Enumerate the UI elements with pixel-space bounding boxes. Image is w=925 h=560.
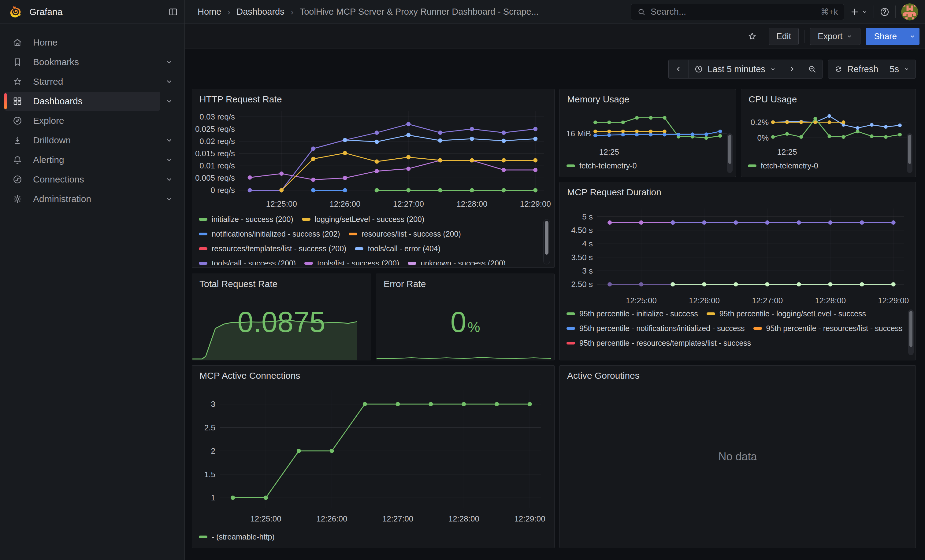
sidebar-item-dashboards[interactable]: Dashboards <box>4 92 160 111</box>
svg-text:0.2%: 0.2% <box>751 118 769 127</box>
share-dropdown-button[interactable] <box>905 28 919 45</box>
dashboard-toolbar: Edit Export Share <box>185 24 925 49</box>
legend-item[interactable]: - (streamable-http) <box>199 533 275 541</box>
legend-item[interactable]: unknown - success (200) <box>408 259 506 265</box>
panel-title[interactable]: CPU Usage <box>741 89 916 105</box>
sidebar-item-bookmarks[interactable]: Bookmarks <box>4 53 160 72</box>
http-request-rate-chart[interactable]: 0 req/s0.005 req/s0.01 req/s0.015 req/s0… <box>193 107 553 213</box>
panel-title[interactable]: Error Rate <box>376 274 554 289</box>
legend-item[interactable]: resources/list - success (200) <box>349 230 461 238</box>
help-button[interactable] <box>880 7 890 17</box>
svg-text:12:29:00: 12:29:00 <box>514 514 545 523</box>
refresh-group: Refresh 5s <box>828 60 916 78</box>
connections-legend: - (streamable-http) <box>199 533 542 543</box>
svg-text:12:28:00: 12:28:00 <box>456 199 487 209</box>
search-input[interactable]: Search... ⌘+k <box>631 4 844 20</box>
scrollbar-thumb[interactable] <box>908 135 911 164</box>
chevron-down-icon <box>903 66 910 72</box>
sidebar-item-alerting[interactable]: Alerting <box>4 150 160 169</box>
svg-text:12:28:00: 12:28:00 <box>449 514 479 523</box>
legend-color-pill <box>355 247 363 250</box>
svg-text:4.50 s: 4.50 s <box>571 225 593 235</box>
panel-title[interactable]: HTTP Request Rate <box>192 89 554 105</box>
legend-color-pill <box>753 327 762 330</box>
legend-item[interactable]: notifications/initialized - success (202… <box>199 230 340 238</box>
panel-title[interactable]: Total Request Rate <box>192 274 371 289</box>
panel-cpu-usage: CPU Usage 0.2%0%12:25 fetch-telemetry-0 <box>741 89 916 177</box>
legend-color-pill <box>199 262 207 265</box>
sidebar-toggle-button[interactable] <box>168 7 178 17</box>
legend-label: fetch-telemetry-0 <box>579 161 637 170</box>
mcp-request-duration-chart[interactable]: 5 s4.50 s4 s3.50 s3 s2.50 s12:25:0012:26… <box>561 199 914 309</box>
legend-item[interactable]: resources/templates/list - success (200) <box>199 244 346 253</box>
favorite-button[interactable] <box>747 31 757 42</box>
legend-scrollbar[interactable] <box>727 133 732 173</box>
share-button[interactable]: Share <box>866 28 905 45</box>
sidebar-item-home[interactable]: Home <box>4 33 160 52</box>
legend-scrollbar[interactable] <box>908 309 914 355</box>
error-rate-sparkline[interactable] <box>377 352 551 360</box>
refresh-button[interactable]: Refresh <box>829 60 884 78</box>
svg-text:2.5: 2.5 <box>204 423 215 432</box>
legend-label: 95th percentile - initialize - success <box>579 309 698 318</box>
panel-title[interactable]: Memory Usage <box>560 89 736 105</box>
sidebar-item-starred[interactable]: Starred <box>4 72 160 91</box>
chevron-down-icon[interactable] <box>164 194 174 204</box>
legend-scrollbar[interactable] <box>907 133 913 173</box>
time-range-picker[interactable]: Last 5 minutes <box>688 60 782 78</box>
legend-item[interactable]: initialize - success (200) <box>199 215 293 224</box>
chevron-down-icon[interactable] <box>164 155 174 164</box>
breadcrumb: Home › Dashboards › ToolHive MCP Server … <box>197 7 631 17</box>
user-avatar[interactable] <box>901 3 918 21</box>
legend-item[interactable]: 95th percentile - resources/templates/li… <box>566 339 751 347</box>
svg-text:12:28:00: 12:28:00 <box>815 296 846 305</box>
panel-title[interactable]: MCP Active Connections <box>192 366 554 381</box>
chevron-right-icon <box>788 65 796 74</box>
panel-title[interactable]: MCP Request Duration <box>560 182 916 197</box>
breadcrumb-home[interactable]: Home <box>197 7 221 17</box>
chevron-down-icon[interactable] <box>164 175 174 184</box>
chevron-down-icon[interactable] <box>164 77 174 86</box>
scrollbar-thumb[interactable] <box>909 311 913 347</box>
time-back-button[interactable] <box>669 60 688 78</box>
chevron-down-icon[interactable] <box>164 136 174 145</box>
svg-text:1.5: 1.5 <box>204 470 215 479</box>
sidebar-item-administration[interactable]: Administration <box>4 189 160 209</box>
chevron-down-icon[interactable] <box>164 57 174 67</box>
chevron-down-icon[interactable] <box>164 97 174 106</box>
legend-item[interactable]: 95th percentile - logging/setLevel - suc… <box>707 309 866 318</box>
legend-color-pill <box>566 342 575 344</box>
legend-color-pill <box>304 262 313 265</box>
legend-item[interactable]: tools/call - error (404) <box>355 244 440 253</box>
legend-item[interactable]: tools/list - success (200) <box>304 259 399 265</box>
scrollbar-thumb[interactable] <box>545 221 548 255</box>
sidebar-item-icon <box>12 116 23 126</box>
legend-item[interactable]: fetch-telemetry-0 <box>566 161 637 170</box>
refresh-interval-picker[interactable]: 5s <box>884 60 916 78</box>
time-forward-button[interactable] <box>782 60 802 78</box>
edit-button[interactable]: Edit <box>769 28 798 45</box>
sidebar-item-icon <box>12 37 23 48</box>
legend-item[interactable]: tools/call - success (200) <box>199 259 296 265</box>
sidebar-item-drilldown[interactable]: Drilldown <box>4 131 160 150</box>
legend-item[interactable]: 95th percentile - notifications/initiali… <box>566 324 745 333</box>
sidebar-item-label: Connections <box>33 174 84 185</box>
add-new-button[interactable] <box>850 7 868 17</box>
legend-item[interactable]: logging/setLevel - success (200) <box>302 215 425 224</box>
sidebar-item-connections[interactable]: Connections <box>4 170 160 189</box>
legend-item[interactable]: 95th percentile - initialize - success <box>566 309 698 318</box>
mcp-active-connections-chart[interactable]: 11.522.5312:25:0012:26:0012:27:0012:28:0… <box>193 383 553 530</box>
legend-label: tools/call - success (200) <box>212 259 296 265</box>
breadcrumb-dashboards[interactable]: Dashboards <box>237 7 284 17</box>
export-button[interactable]: Export <box>810 28 860 45</box>
memory-usage-chart[interactable]: 16 MiB12:25 <box>561 105 734 156</box>
grafana-logo[interactable] <box>9 5 23 19</box>
legend-scrollbar[interactable] <box>543 219 550 264</box>
cpu-usage-chart[interactable]: 0.2%0%12:25 <box>743 105 914 156</box>
legend-item[interactable]: 95th percentile - resources/list - succe… <box>753 324 903 333</box>
refresh-icon <box>834 65 843 74</box>
zoom-out-button[interactable] <box>802 60 822 78</box>
scrollbar-thumb[interactable] <box>728 135 731 164</box>
sidebar-item-explore[interactable]: Explore <box>4 111 160 130</box>
legend-item[interactable]: fetch-telemetry-0 <box>748 161 818 170</box>
